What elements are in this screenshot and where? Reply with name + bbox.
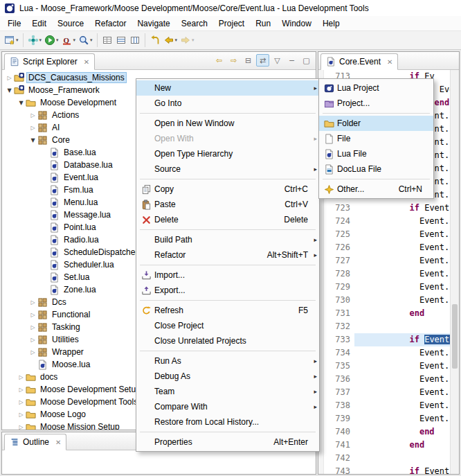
menubar-window[interactable]: Window [276,17,317,30]
code-line-731[interactable]: end [354,307,450,320]
code-line-728[interactable]: Event.IniDCSGroup = Event.IniDCSUnit:get… [354,267,450,281]
menubar-project[interactable]: Project [213,17,250,30]
expand-arrow-icon[interactable]: ▷ [17,412,26,418]
menu-item-open-in-new-window[interactable]: Open in New Window [136,116,319,131]
expand-arrow-icon[interactable]: ▷ [17,399,26,405]
menubar-source[interactable]: Source [52,17,89,30]
menu-item-other[interactable]: Other...Ctrl+N [319,182,433,197]
code-line-737[interactable]: Event.IniDCSGroup = Event.IniDCSUnit:get… [354,386,450,399]
menubar-navigate[interactable]: Navigate [132,17,175,30]
link-with-editor-button[interactable]: ⇄ [256,54,269,67]
code-line-741[interactable]: end [354,439,450,452]
expand-arrow-icon[interactable]: ▷ [28,324,37,330]
menu-item-compare-with[interactable]: Compare With▸ [136,399,319,414]
menu-item-team[interactable]: Team▸ [136,384,319,399]
code-line-725[interactable]: Event.IniDCSUnitName = Event.IniDCSUnit:… [354,228,450,241]
code-line-742[interactable] [354,452,450,465]
menu-item-close-project[interactable]: Close Project [136,318,319,333]
code-line-732[interactable] [354,320,450,333]
code-line-733[interactable]: if Event.IniObjectCategory == Object.Cat… [354,333,450,346]
menu-item-debug-as[interactable]: Debug As▸ [136,369,319,384]
menu-item-lua-project[interactable]: Lua Project [319,80,433,96]
code-line-740[interactable]: end [354,425,450,439]
forward-button[interactable]: ▾ [179,32,196,49]
menubar-file[interactable]: File [2,17,26,30]
coverage-button[interactable]: Q▾ [60,32,78,49]
menu-item-folder[interactable]: Folder [319,116,433,131]
expand-arrow-icon[interactable]: ▷ [28,112,37,118]
menu-item-source[interactable]: Source▸ [136,161,319,177]
menu-item-import[interactable]: Import... [136,267,319,283]
menubar-help[interactable]: Help [317,17,345,30]
menu-item-properties[interactable]: PropertiesAlt+Enter [136,434,319,450]
menu-item-paste[interactable]: PasteCtrl+V [136,197,319,212]
expand-arrow-icon[interactable]: ▷ [28,312,37,318]
close-icon[interactable]: ✕ [84,58,89,66]
rows-button[interactable] [114,32,128,49]
code-line-730[interactable]: Event.IniGroupName = Event.IniDCSGroupNa… [354,294,450,307]
new-wizard-button[interactable]: ▾ [3,32,20,49]
menu-item-refresh[interactable]: RefreshF5 [136,303,319,318]
expand-arrow-icon[interactable]: ▷ [28,299,37,306]
expand-arrow-icon[interactable]: ▷ [28,125,37,131]
close-icon[interactable]: ✕ [387,58,392,66]
menu-item-build-path[interactable]: Build Path▸ [136,232,319,247]
menu-item-copy[interactable]: CopyCtrl+C [136,182,319,197]
grid-button[interactable] [100,32,114,49]
menu-item-refactor[interactable]: RefactorAlt+Shift+T▸ [136,247,319,263]
code-line-729[interactable]: Event.IniDCSGroupName = Event.IniDCSGrou… [354,281,450,294]
menu-item-close-unrelated-projects[interactable]: Close Unrelated Projects [136,333,319,349]
code-line-723[interactable]: if Event.IniObjectCategory == Object.Cat… [354,202,450,215]
code-line-724[interactable]: Event.IniDCSUnit = Event.initiator [354,215,450,228]
menu-item-lua-file[interactable]: Lua File [319,146,433,161]
external-tools-button[interactable]: ▾ [26,32,44,49]
menu-item-doclua-file[interactable]: DocLua File [319,161,433,177]
collapse-all-button[interactable]: ⊟ [242,54,255,67]
menubar-run[interactable]: Run [250,17,276,30]
tab-core-event[interactable]: Core.Event ✕ [320,53,398,70]
menu-item-export[interactable]: Export... [136,283,319,298]
cols-button[interactable] [128,32,142,49]
menu-item-restore-from-local-history[interactable]: Restore from Local History... [136,414,319,430]
menubar-edit[interactable]: Edit [26,17,52,30]
run-button[interactable]: ▾ [43,32,60,49]
menu-item-delete[interactable]: DeleteDelete [136,212,319,227]
code-line-738[interactable]: Event.IniDCSGroupName = Event.IniDCSGrou… [354,399,450,412]
menu-item-open-type-hierarchy[interactable]: Open Type Hierarchy [136,146,319,161]
collapse-arrow-icon[interactable]: ▼ [5,87,14,94]
back-button[interactable]: ▾ [162,32,179,49]
tab-script-explorer[interactable]: Script Explorer ✕ [4,53,95,70]
editor-scrollbar[interactable] [450,70,459,474]
menubar-refactor[interactable]: Refactor [89,17,132,30]
expand-arrow-icon[interactable]: ▷ [5,75,14,81]
maximize-button[interactable]: ▢ [300,54,313,67]
expand-arrow-icon[interactable]: ▷ [17,387,26,393]
close-icon[interactable]: ✕ [55,439,61,446]
code-line-727[interactable]: Event.IniUnit = UNIT:FindByName( Event.I… [354,254,450,267]
menu-item-go-into[interactable]: Go Into [136,96,319,111]
scrollbar-thumb[interactable] [452,304,458,369]
view-menu-button[interactable]: ▽ [271,54,284,67]
expand-arrow-icon[interactable]: ▷ [28,349,37,355]
back-nav-button[interactable]: ⇦ [213,54,226,67]
collapse-arrow-icon[interactable]: ▼ [17,100,26,106]
code-line-736[interactable]: Event.IniUnitName = Event.IniDCSUnitName [354,373,450,386]
forward-nav-button[interactable]: ⇨ [227,54,240,67]
expand-arrow-icon[interactable]: ▷ [17,374,26,380]
collapse-arrow-icon[interactable]: ▼ [28,137,37,143]
expand-arrow-icon[interactable]: ▷ [17,424,26,430]
code-line-726[interactable]: Event.IniUnitName = Event.IniDCSUnitName [354,241,450,254]
minimize-button[interactable]: ─ [285,54,298,67]
code-line-734[interactable]: Event.IniDCSUnit = Event.initiator [354,346,450,360]
expand-arrow-icon[interactable]: ▷ [28,337,37,343]
search-button[interactable]: ▾ [77,32,94,49]
menubar-search[interactable]: Search [176,17,213,30]
code-line-739[interactable]: Event.IniGroupName = Event.IniDCSGroupNa… [354,412,450,425]
code-line-743[interactable]: if Event.target then [354,465,450,474]
code-line-735[interactable]: Event.IniDCSUnitName = Event.IniDCSUnit:… [354,360,450,373]
menu-item-new[interactable]: New▸ [136,80,319,96]
menu-item-file[interactable]: File [319,131,433,146]
tab-outline[interactable]: Outline ✕ [4,434,66,450]
menu-item-run-as[interactable]: Run As▸ [136,353,319,369]
last-edit-button[interactable] [148,32,162,49]
